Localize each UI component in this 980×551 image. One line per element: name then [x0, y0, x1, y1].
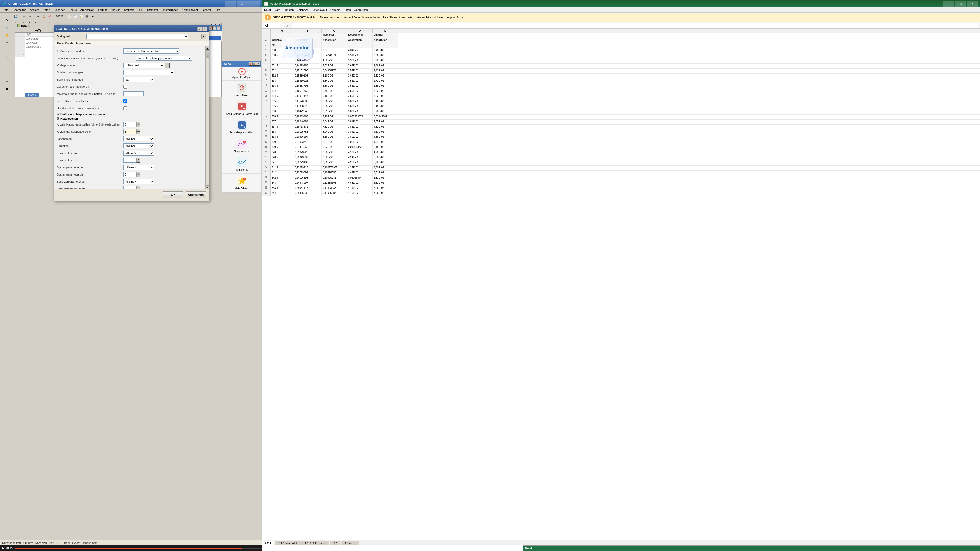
cell-4-b[interactable]: 0,135915436	[293, 53, 321, 58]
menu-statistik[interactable]: Statistik	[123, 8, 135, 12]
cell-31-b[interactable]: 0,25486232	[293, 191, 321, 196]
cell-23-e[interactable]: 4,70E-02	[372, 150, 398, 155]
cell-17-b[interactable]: 0,19240484	[293, 120, 321, 124]
cell-20-c[interactable]: 8,58E-02	[321, 135, 347, 140]
cell-15-e[interactable]: 3,78E-02	[372, 110, 398, 114]
tb-graph3[interactable]: 📊	[78, 14, 84, 19]
tb-paste[interactable]: 📌	[47, 14, 52, 19]
objekt-float-btn[interactable]: □	[213, 26, 216, 30]
tool-fill[interactable]: ▣	[3, 85, 11, 92]
cell-25-c[interactable]: 9,90E-02	[321, 160, 347, 165]
dialog-scroll-up[interactable]: ▲	[206, 46, 209, 50]
cell-10-c[interactable]: 5,56E-02	[321, 84, 347, 89]
spin-up-2[interactable]: ▲	[136, 129, 140, 132]
cell-17-d[interactable]: 3,81E-02	[347, 120, 372, 124]
cell-21-b[interactable]: 0,2106374	[293, 140, 321, 145]
menu-zeichnen[interactable]: Zeichnen	[52, 8, 67, 12]
cell-28-c[interactable]: 0,10900781	[321, 176, 347, 181]
cell-30-a[interactable]: 343,5	[270, 186, 293, 191]
excel-menu-ueberpruefen[interactable]: Überprüfen	[352, 8, 369, 12]
apps-send-ppt[interactable]: P Send Graphs to PowerPoint	[222, 99, 261, 118]
excel-menu-daten[interactable]: Daten	[342, 8, 352, 12]
cell-20-d[interactable]: 3,80E-02	[347, 135, 372, 140]
cell-2-b[interactable]	[293, 43, 321, 48]
cell-23-c[interactable]: 8,58E-02	[321, 150, 347, 155]
tool-zoom[interactable]: 🔍	[3, 24, 11, 31]
cell-3-a[interactable]: 330	[270, 48, 293, 53]
cell-24-e[interactable]: 5,60E-02	[372, 156, 398, 160]
col-header-d[interactable]: D	[347, 29, 372, 33]
tool-ellipse[interactable]: ○	[3, 78, 11, 85]
cell-10-b[interactable]: 0,16283796	[293, 84, 321, 89]
spin-up-s[interactable]: ▲	[136, 172, 140, 175]
excel-menu-datei[interactable]: Datei	[262, 8, 272, 12]
excel-formula-input[interactable]	[292, 23, 978, 28]
cell-29-c[interactable]: 0,11238695	[321, 181, 347, 186]
cell-4-d[interactable]: 3,51E-02	[347, 53, 372, 58]
cell-2-d[interactable]	[347, 43, 372, 48]
cell-20-a[interactable]: 338,5	[270, 135, 293, 140]
tool-text[interactable]: T	[3, 47, 11, 54]
excel-close-btn[interactable]: ✕	[967, 0, 978, 6]
sheet-tab-24[interactable]: 2.4 sol ...	[341, 541, 359, 545]
apps-close-btn[interactable]: ✕	[256, 62, 260, 65]
cell-0-b[interactable]	[293, 33, 321, 38]
tb-copy[interactable]: 📋	[41, 14, 46, 19]
cell-15-c[interactable]: 6,91E-02	[321, 110, 347, 114]
cell-16-a[interactable]: 336,5	[270, 114, 293, 119]
cell-22-a[interactable]: 339,5	[270, 145, 293, 150]
dialog-help-btn[interactable]: ?	[197, 27, 202, 31]
cell-17-e[interactable]: 4,05E-02	[372, 120, 398, 124]
objekt-pin-btn[interactable]: 📌	[209, 26, 213, 30]
cell-27-b[interactable]: 0,23729099	[293, 171, 321, 176]
excel-menu-einfuegen[interactable]: Einfügen	[281, 8, 295, 12]
cell-8-b[interactable]: 0,15480108	[293, 74, 321, 79]
cell-18-d[interactable]: 3,85E-02	[347, 125, 372, 130]
cell-18-c[interactable]: 7,82E-02	[321, 125, 347, 130]
cell-5-a[interactable]: 331	[270, 59, 293, 63]
cell-12-d[interactable]: 3,69E-02	[347, 94, 372, 99]
dialog-scroll-dn[interactable]: ▼	[206, 186, 209, 189]
dialog-arrow-btn[interactable]: ▶	[201, 34, 206, 39]
cell-3-c[interactable]: 307	[321, 48, 347, 53]
cell-28-e[interactable]: 6,31E-02	[372, 176, 398, 181]
data-row-1-a[interactable]	[25, 49, 51, 53]
cell-6-d[interactable]: 3,69E-02	[347, 64, 372, 68]
cell-4-c[interactable]: 0,04278371	[321, 53, 347, 58]
dialog-kommvon-select[interactable]: <Keine>	[123, 151, 154, 156]
cell-26-b[interactable]: 0,23219913	[293, 165, 321, 170]
spin-dn-s[interactable]: ▼	[136, 175, 140, 177]
cell-30-c[interactable]: 0,11603937	[321, 186, 347, 191]
cell-19-e[interactable]: 4,53E-02	[372, 130, 398, 135]
cell-28-d[interactable]: 0,06265874	[347, 176, 372, 181]
cell-24-b[interactable]: 0,22343992	[293, 156, 321, 160]
dialog-sysbis-input[interactable]	[123, 172, 136, 177]
cell-14-e[interactable]: 3,40E-02	[372, 104, 398, 109]
cell-7-c[interactable]: 0,04968973	[321, 68, 347, 73]
excel-menu-formeln[interactable]: Formeln	[328, 8, 342, 12]
cell-15-b[interactable]: 0,18472045	[293, 110, 321, 114]
cell-4-e[interactable]: 2,06E-02	[372, 53, 398, 58]
cell-8-a[interactable]: 332,5	[270, 74, 293, 79]
cell-7-b[interactable]: 0,15102698	[293, 68, 321, 73]
cell-31-c[interactable]: 0,11985987	[321, 191, 347, 196]
spin-up-b[interactable]: ▲	[136, 186, 140, 189]
dialog-mehrere-select[interactable]: Neue Arbeitsmappen öffnen	[136, 56, 192, 61]
cell-1-a[interactable]: Wellenlänge	[270, 38, 293, 43]
cell-0-e[interactable]: Ethanol	[372, 33, 398, 38]
section-header-header[interactable]: ▣ Headerzeilen	[57, 117, 202, 120]
cell-27-d[interactable]: 4,49E-02	[347, 171, 372, 176]
cell-6-b[interactable]: 0,14679183	[293, 64, 321, 68]
cell-21-e[interactable]: 4,94E-02	[372, 140, 398, 145]
cell-31-a[interactable]: 344	[270, 191, 293, 196]
cell-22-c[interactable]: 8,93E-02	[321, 145, 347, 150]
dialog-sysvon-select[interactable]: <Keine>	[123, 165, 154, 170]
tool-pointer[interactable]: ↖	[3, 16, 11, 24]
menu-spalte[interactable]: Spalte	[67, 8, 78, 12]
cell-4-a[interactable]: 330,5	[270, 53, 293, 58]
cell-13-b[interactable]: 0,17576586	[293, 99, 321, 104]
tb-graph2[interactable]: 📉	[73, 14, 78, 19]
menu-daten[interactable]: Daten	[41, 8, 52, 12]
cell-11-b[interactable]: 0,16654769	[293, 89, 321, 94]
tool-pan[interactable]: ✋	[3, 32, 11, 39]
